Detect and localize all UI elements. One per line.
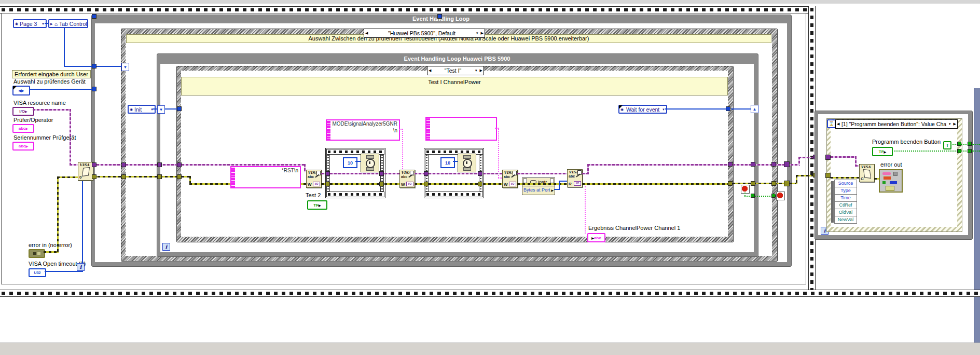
rst-string-constant[interactable]: *RST\n (230, 166, 301, 188)
test-case-selector[interactable]: ◀ "Test I" ▼ ▶ (427, 66, 484, 75)
event-data-node[interactable]: Source Type Time CtlRef OldVal NewVal (831, 180, 857, 224)
enum-dot-icon: ◉ (15, 22, 18, 26)
loop-tunnel-coercion: ▼ (157, 105, 165, 114)
shift-register-right: ▲ (751, 105, 758, 113)
vertical-scrollbar[interactable] (974, 88, 980, 343)
io-box-icon: I/O (313, 182, 320, 186)
wait-ms-constant-2[interactable]: 10 (440, 157, 455, 168)
timeout-u32-control[interactable]: U32 (29, 268, 46, 277)
visa-resource-control[interactable]: I/O▶ (12, 107, 34, 116)
model-case-selector[interactable]: ◀ "Huawei PBs 5900", Default ▼ ▶ (364, 29, 485, 38)
error-out-label: error out (880, 161, 902, 168)
programm-beenden-label: Programm beenden Button (872, 139, 941, 145)
wait-ms-vi-2[interactable] (458, 154, 476, 172)
io-box-icon: I/O (406, 182, 413, 186)
test2-label: Test 2 (306, 192, 321, 198)
sequence-border-bottom (0, 290, 980, 297)
programm-beenden-boolean[interactable]: TF▶ (872, 147, 893, 156)
wait-for-event-constant[interactable]: ◉ Wait for event ▼ (618, 105, 667, 114)
test-case-banner: Test I ChannelPower (181, 77, 728, 95)
ergebniss-label: Ergebniss ChannelPower Channel 1 (588, 225, 680, 231)
stop-conditional-terminal[interactable] (776, 192, 785, 200)
test2-boolean-control[interactable]: TF▶ (307, 200, 327, 210)
sequence-border-top (0, 6, 808, 13)
visa-write-vi-1[interactable]: VISA abc W I/O (306, 170, 322, 188)
seriennummer-label: Seriennummer Prüfgerät (13, 134, 76, 141)
note-label: Erfordert eingabe durch User (12, 70, 91, 78)
command-string-constant[interactable] (425, 117, 497, 141)
event-timeout-terminal[interactable]: ⌛ (827, 119, 836, 128)
page-selector-constant[interactable]: ◉ Page 3 ▼ (13, 19, 47, 28)
auswahl-label: Auswahl zu prüfendes Gerät (13, 78, 86, 85)
open-door-icon (82, 167, 90, 176)
huawei-loop-iteration-terminal: i (162, 243, 170, 251)
auswahl-enum-control[interactable]: ◀▶ (12, 86, 30, 95)
event-field-type: Type (834, 187, 857, 195)
labview-block-diagram: { "icons": { "dropdown": "▼", "left_arro… (0, 0, 980, 355)
string-scroll-band (426, 118, 430, 140)
string-scroll-band (231, 167, 235, 187)
case-next-icon[interactable]: ▶ (480, 31, 485, 35)
error-in-control[interactable] (29, 249, 45, 258)
pruefer-string-control[interactable]: abc▶ (12, 124, 34, 133)
case-next-icon[interactable]: ▶ (953, 122, 957, 126)
mode-string-constant[interactable]: MODE\signalAnalyzer5GNR \n (326, 119, 400, 141)
string-scroll-band (327, 120, 330, 140)
pruefer-label: Prüfer/Operator (13, 117, 53, 123)
chevron-down-icon[interactable]: ▼ (474, 69, 479, 72)
bottom-window-strip (0, 343, 980, 355)
visa-resource-label: VISA resource name (13, 100, 66, 106)
tab-control-terminal[interactable]: ▶ ⌂ Tab Control (48, 19, 88, 28)
close-door-icon (863, 169, 871, 179)
io-box-icon: I/O (509, 182, 516, 186)
page-icon (523, 179, 527, 183)
event-field-time: Time (834, 194, 857, 202)
top-window-strip (0, 0, 980, 4)
huawei-loop-title: Event Handling Loop Huawei PBS 5900 (157, 56, 757, 62)
event-field-ctlref: CtlRef (834, 201, 857, 209)
init-enum-constant[interactable]: ◉ Init ▼ (128, 105, 156, 114)
outer-loop-iteration-terminal: i (77, 263, 85, 271)
bytes-at-port-property-node[interactable]: Instr Bytes at Port ▶ (522, 178, 555, 195)
page-icon (550, 179, 554, 183)
wait-ms-vi-1[interactable] (361, 154, 379, 172)
error-out-indicator[interactable] (879, 169, 903, 193)
event-field-source: Source (834, 180, 857, 187)
watch-strap-icon (366, 155, 374, 159)
case-prev-icon[interactable]: ◀ (836, 122, 840, 126)
terminal-arrow-icon: ▶ (50, 22, 53, 25)
case-tunnel-coercion: ▼ (121, 63, 129, 71)
event-case-selector[interactable]: ◀ [1] "Programm beenden Button": Value C… (835, 119, 958, 129)
case-next-icon[interactable]: ▶ (479, 69, 484, 73)
seriennummer-string-control[interactable]: abc▶ (12, 142, 34, 151)
visa-open-vi[interactable]: VISA 0 (78, 162, 93, 181)
wait-ms-constant-1[interactable]: 10 (343, 157, 357, 168)
required-marker (13, 86, 17, 90)
error-in-label: error in (no error) (29, 242, 72, 248)
visa-write-vi-2[interactable]: VISA abc W I/O (399, 170, 415, 188)
visa-write-vi-3[interactable]: VISA abc W I/O (502, 170, 518, 188)
watch-face-icon (366, 159, 375, 168)
chevron-down-icon[interactable]: ▼ (947, 122, 953, 126)
required-marker (619, 105, 623, 109)
chevron-down-icon[interactable]: ▼ (475, 32, 480, 35)
watch-strap-icon (463, 155, 471, 159)
hourglass-icon: ⌛ (829, 121, 834, 126)
event-field-oldval: OldVal (834, 209, 857, 216)
watch-face-icon (463, 159, 472, 168)
enum-dot-icon: ◉ (130, 107, 133, 112)
event-field-newval: NewVal (834, 216, 857, 224)
true-constant[interactable]: T (943, 141, 951, 149)
case-prev-icon[interactable]: ◀ (364, 31, 369, 35)
visa-read-vi[interactable]: VISA abc R I/O (567, 169, 583, 187)
home-icon: ⌂ (54, 21, 58, 27)
io-box-icon: I/O (574, 181, 581, 186)
visa-close-vi[interactable]: VISA C (859, 164, 875, 182)
case-prev-icon[interactable]: ◀ (427, 69, 432, 73)
ergebniss-string-indicator[interactable]: ▶abc (587, 233, 605, 242)
